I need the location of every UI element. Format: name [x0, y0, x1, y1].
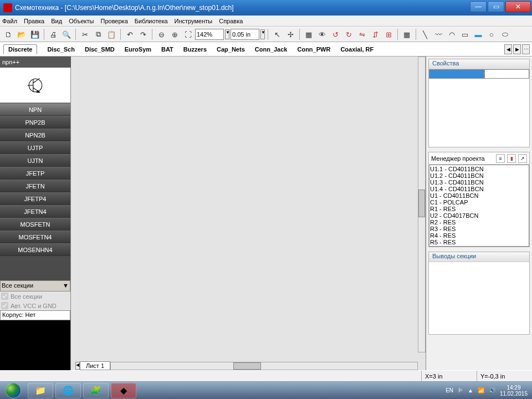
line-icon[interactable]: ╲: [419, 28, 431, 40]
copy-icon[interactable]: ⧉: [92, 28, 104, 40]
menu-edit[interactable]: Правка: [24, 18, 44, 24]
prop-value-cell[interactable]: [484, 69, 529, 79]
list-item[interactable]: U1.1 - CD4011BCN: [430, 166, 528, 172]
list-item[interactable]: NPN: [0, 103, 70, 116]
flip-v-icon[interactable]: ⇵: [369, 28, 381, 40]
menu-file[interactable]: Файл: [2, 18, 17, 24]
list-item[interactable]: UJTP: [0, 141, 70, 154]
sections-select[interactable]: Все секции ▼: [0, 280, 70, 291]
list-item[interactable]: MOSFETN: [0, 218, 70, 231]
component-icon[interactable]: ▦: [401, 28, 413, 40]
pointer-icon[interactable]: ↖: [271, 28, 283, 40]
list-item[interactable]: JFETP: [0, 167, 70, 180]
chk-all-sections[interactable]: Все секции: [0, 291, 70, 301]
menu-objects[interactable]: Объекты: [69, 18, 94, 24]
tray-clock[interactable]: 14:2911.02.2015: [500, 385, 528, 397]
undo-icon[interactable]: ↶: [124, 28, 136, 40]
projmgr-icon-2[interactable]: ▮: [507, 154, 516, 163]
tab-capnets[interactable]: Cap_Nets: [217, 46, 245, 53]
tabstrip-right-arrow[interactable]: ▶: [513, 44, 521, 54]
grid-combo[interactable]: [231, 29, 259, 40]
list-item[interactable]: R2 - RES: [430, 219, 528, 226]
list-item[interactable]: U1.2 - CD4011BCN: [430, 172, 528, 179]
zoom-in-icon[interactable]: ⊕: [168, 28, 181, 40]
list-item[interactable]: MOSENHN4: [0, 243, 70, 256]
project-list[interactable]: U1.1 - CD4011BCN U1.2 - CD4011BCN U1.3 -…: [429, 165, 529, 247]
circle-icon[interactable]: ○: [485, 28, 498, 40]
flip-h-icon[interactable]: ⇋: [356, 28, 368, 40]
list-item[interactable]: JFETN: [0, 180, 70, 192]
find-icon[interactable]: 👁: [316, 28, 328, 40]
tab-eurosym[interactable]: EuroSym: [125, 46, 151, 53]
tray-network-icon[interactable]: 📶: [478, 387, 484, 393]
list-item[interactable]: R5 - RES: [430, 239, 528, 245]
projmgr-icon-1[interactable]: ≡: [496, 154, 505, 163]
component-list[interactable]: NPN PNP2B NPN2B UJTP UJTN JFETP JFETN JF…: [0, 103, 70, 280]
zoom-combo-arrow[interactable]: ▼: [225, 29, 229, 39]
paste-icon[interactable]: 📋: [105, 28, 117, 40]
grid-combo-arrow[interactable]: ▼: [260, 29, 265, 39]
tray-flag-icon[interactable]: 🏳: [458, 387, 463, 393]
list-item[interactable]: C1 - POLCAP: [430, 199, 528, 206]
grid-icon[interactable]: ▦: [303, 28, 315, 40]
list-item[interactable]: JFETP4: [0, 192, 70, 205]
taskbar-app1-icon[interactable]: 🧩: [83, 383, 109, 398]
chk-auto-vcc-gnd[interactable]: Авт. VCC и GND: [0, 301, 70, 310]
list-item[interactable]: NPN2B: [0, 129, 70, 141]
canvas-hscrollbar[interactable]: [110, 362, 418, 370]
prop-name-cell[interactable]: [429, 69, 484, 79]
list-item[interactable]: U1.4 - CD4011BCN: [430, 186, 528, 192]
start-button[interactable]: [0, 382, 27, 400]
canvas-vscrollbar[interactable]: [418, 57, 426, 352]
menu-library[interactable]: Библиотека: [135, 18, 168, 24]
tab-bat[interactable]: BAT: [161, 46, 173, 53]
zoom-fit-icon[interactable]: ⛶: [182, 28, 194, 40]
maximize-button[interactable]: ▭: [488, 1, 504, 12]
list-item[interactable]: U2 - CD4017BCN: [430, 212, 528, 219]
tray-volume-icon[interactable]: 🔊: [489, 387, 495, 393]
fillrect-icon[interactable]: ▬: [472, 28, 484, 40]
list-item[interactable]: UJTN: [0, 154, 70, 167]
rotate-left-icon[interactable]: ↺: [329, 28, 341, 40]
open-icon[interactable]: 📂: [16, 28, 28, 40]
arc-icon[interactable]: ◠: [446, 28, 458, 40]
rotate-right-icon[interactable]: ↻: [342, 28, 355, 40]
tab-buzzers[interactable]: Buzzers: [183, 46, 207, 53]
list-item[interactable]: MOSFETN4: [0, 231, 70, 243]
polyline-icon[interactable]: 〰: [432, 28, 444, 40]
list-item[interactable]: PNP2B: [0, 116, 70, 129]
redo-icon[interactable]: ↷: [137, 28, 149, 40]
close-button[interactable]: ✕: [505, 1, 531, 12]
tab-connpwr[interactable]: Conn_PWR: [297, 46, 330, 53]
list-item[interactable]: JFETN4: [0, 205, 70, 218]
list-item[interactable]: R1 - RES: [430, 206, 528, 212]
tab-disc-smd[interactable]: Disc_SMD: [85, 46, 115, 53]
menu-view[interactable]: Вид: [51, 18, 62, 24]
list-item[interactable]: R4 - RES: [430, 232, 528, 239]
component-search-input[interactable]: [0, 57, 81, 68]
menu-tools[interactable]: Инструменты: [175, 18, 213, 24]
save-icon[interactable]: 💾: [29, 28, 41, 40]
menu-check[interactable]: Проверка: [101, 18, 128, 24]
tray-arrow-icon[interactable]: ▲: [468, 387, 473, 393]
list-item[interactable]: U1.3 - CD4011BCN: [430, 179, 528, 186]
tabstrip-list[interactable]: ⋯: [522, 44, 530, 54]
tabstrip-left-arrow[interactable]: ◀: [504, 44, 512, 54]
tab-discrete[interactable]: Discrete: [3, 44, 37, 54]
print-icon[interactable]: 🖨: [47, 28, 59, 40]
tab-coaxial[interactable]: Coaxial, RF: [340, 46, 374, 53]
rect-icon[interactable]: ▭: [459, 28, 471, 40]
taskbar-app2-icon[interactable]: ◆: [111, 383, 136, 398]
sheet-prev-icon[interactable]: ◀: [75, 362, 80, 370]
list-item[interactable]: R3 - RES: [430, 226, 528, 232]
ellipse-icon[interactable]: ⬭: [499, 28, 511, 40]
tab-disc-sch[interactable]: Disc_Sch: [47, 46, 75, 53]
new-icon[interactable]: 🗋: [2, 28, 14, 40]
cut-icon[interactable]: ✂: [79, 28, 91, 40]
pan-icon[interactable]: ✢: [284, 28, 296, 40]
align-icon[interactable]: ⊞: [382, 28, 395, 40]
tray-lang[interactable]: EN: [446, 387, 453, 393]
minimize-button[interactable]: —: [470, 1, 487, 12]
projmgr-icon-3[interactable]: ↗: [518, 154, 527, 163]
taskbar-explorer-icon[interactable]: 📁: [28, 383, 53, 398]
